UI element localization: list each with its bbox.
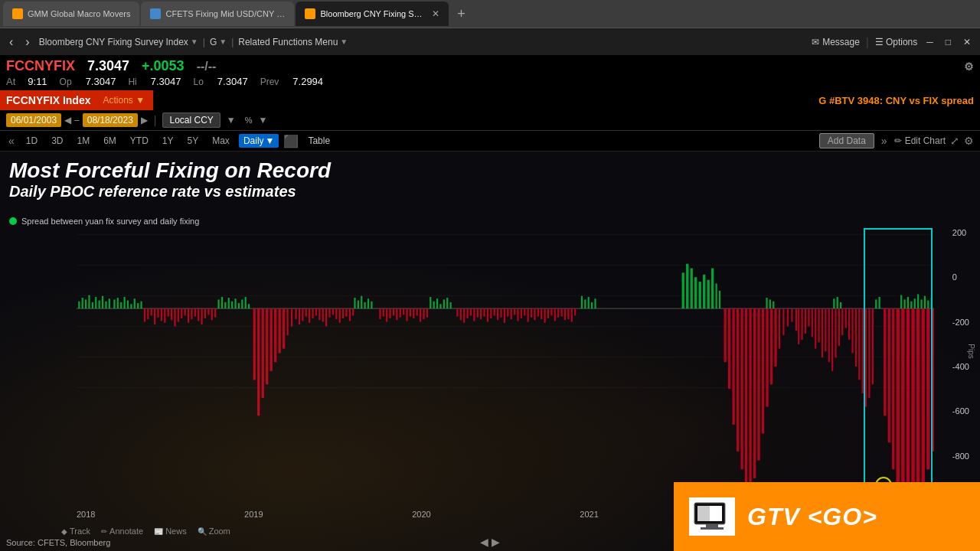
svg-rect-198 [808,308,809,326]
chart-legend: Spread between yuan fix survey and daily… [9,217,199,226]
tab-close-bloomberg[interactable]: ✕ [432,8,439,19]
svg-rect-138 [420,308,421,322]
maximize-button[interactable]: □ [942,37,954,47]
svg-rect-156 [507,308,508,317]
svg-rect-177 [724,308,726,362]
bloomberg-terminal: FCCNYFIX 7.3047 +.0053 --/-- ⚙ At 9:11 O… [0,55,980,551]
svg-rect-162 [528,308,529,322]
svg-rect-182 [745,308,747,487]
annotate-button[interactable]: ✏ Annotate [101,527,143,536]
period-1m[interactable]: 1M [72,134,94,148]
message-button[interactable]: ✉ Message [812,37,860,47]
bottom-nav-arrows: ◀ ▶ [480,536,500,548]
ccy-button[interactable]: Local CCY [162,112,220,128]
svg-rect-71 [917,294,919,308]
tab-cfets[interactable]: CFETS Fixing Mid USD/CNY In... [141,2,294,26]
options-button[interactable]: ☰ Options [875,37,918,47]
ticker-info-row: At 9:11 Op 7.3047 Hi 7.3047 Lo 7.3047 Pr… [6,76,974,87]
svg-rect-185 [757,308,760,461]
period-max[interactable]: Max [207,134,234,148]
daily-button[interactable]: Daily ▼ [239,134,279,148]
svg-rect-120 [335,308,337,319]
forward-button[interactable]: › [22,34,32,51]
svg-rect-5 [92,302,93,308]
edit-icon: ✏ [894,135,902,146]
chart-expand-icon[interactable]: ⤢ [950,135,959,147]
svg-rect-130 [393,308,394,315]
svg-rect-161 [524,308,525,315]
period-1y[interactable]: 1Y [158,134,178,148]
actions-button[interactable]: Actions ▼ [103,95,145,106]
svg-rect-178 [728,308,730,389]
zoom-icon: 🔍 [198,527,207,536]
collapse-left-icon[interactable]: « [6,135,17,147]
minimize-button[interactable]: ─ [923,37,936,47]
svg-rect-181 [740,308,743,469]
tab-gmm[interactable]: GMM Global Macro Movers [3,2,139,26]
svg-rect-155 [504,308,505,323]
prev-date-arrow[interactable]: ◀ [64,115,71,126]
next-date-arrow[interactable]: ▶ [141,115,148,126]
svg-rect-129 [389,308,390,318]
svg-rect-203 [825,308,826,351]
breadcrumb-item-2[interactable]: Related Functions Menu ▼ [238,37,348,47]
add-tab-button[interactable]: + [450,3,472,24]
svg-rect-115 [318,308,320,320]
nav-left-icon[interactable]: ◀ [480,536,488,548]
svg-rect-213 [858,308,860,380]
svg-rect-46 [591,302,593,308]
period-6m[interactable]: 6M [99,134,121,148]
y-label--200: -200 [952,318,974,327]
svg-rect-126 [379,308,381,319]
svg-rect-94 [204,308,206,318]
track-button[interactable]: ◆ Track [61,527,90,536]
svg-rect-131 [396,308,397,320]
period-5y[interactable]: 5Y [183,134,204,148]
start-date[interactable]: 06/01/2003 [6,113,61,127]
news-button[interactable]: 📰 News [154,527,187,536]
svg-rect-150 [487,308,488,322]
edit-chart-button[interactable]: ✏ Edit Chart [894,135,946,146]
collapse-right-icon[interactable]: » [879,135,890,147]
chart-type-toggle[interactable]: ⬛ [283,134,299,148]
svg-rect-152 [494,308,495,315]
nav-right-icon[interactable]: ▶ [492,536,500,548]
period-3d[interactable]: 3D [47,134,67,148]
end-date[interactable]: 08/18/2023 [83,113,138,127]
table-button[interactable]: Table [303,134,335,148]
svg-rect-102 [270,308,273,371]
svg-rect-33 [364,302,366,308]
period-1d[interactable]: 1D [21,134,42,148]
svg-rect-44 [584,299,586,308]
tab-bloomberg[interactable]: Bloomberg CNY Fixing Surv... ✕ [296,2,449,26]
pct-arrow[interactable]: ▼ [258,115,267,126]
back-button[interactable]: ‹ [6,34,16,51]
ticker-change: +.0053 [142,58,185,74]
chart-settings-icon[interactable]: ⚙ [964,135,974,147]
breadcrumb-item-0[interactable]: Bloomberg CNY Fixing Survey Index ▼ [39,37,198,47]
svg-rect-139 [423,308,424,319]
svg-rect-107 [291,308,292,326]
svg-rect-122 [342,308,344,318]
svg-rect-52 [699,282,701,308]
gtv-text: GTV <GO> [747,503,877,531]
svg-rect-95 [207,308,209,315]
svg-rect-75 [931,298,933,308]
breadcrumb-bar: Bloomberg CNY Fixing Survey Index ▼ | G … [39,37,806,47]
svg-rect-207 [838,308,840,346]
add-data-button[interactable]: Add Data [819,133,874,148]
zoom-button[interactable]: 🔍 Zoom [198,527,230,536]
gtv-banner[interactable]: GTV <GO> [674,482,980,551]
track-label: Track [70,527,90,536]
ticker-time: 9:11 [28,76,47,87]
ticker-price: 7.3047 [87,58,129,74]
svg-rect-16 [130,304,132,308]
svg-rect-84 [171,308,172,320]
y-label--800: -800 [952,452,974,461]
close-button[interactable]: ✕ [960,37,974,47]
settings-icon[interactable]: ⚙ [964,60,974,73]
period-ytd[interactable]: YTD [126,134,153,148]
breadcrumb-item-1[interactable]: G ▼ [210,37,227,47]
tab-favicon-bloomberg [305,8,315,19]
svg-rect-48 [682,272,684,308]
